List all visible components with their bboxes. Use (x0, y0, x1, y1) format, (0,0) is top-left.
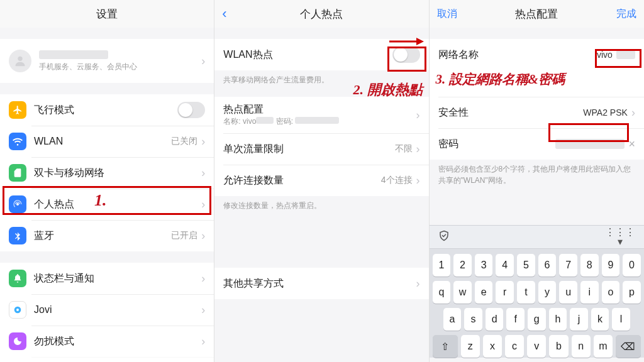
backspace-key[interactable]: ⌫ (616, 335, 641, 358)
key-1[interactable]: 1 (433, 254, 451, 277)
key-e[interactable]: e (475, 281, 493, 304)
pwd-value-redacted[interactable] (555, 139, 625, 149)
row-sim-network[interactable]: 双卡与移动网络 › (0, 157, 214, 189)
system-group: 状态栏与通知 › Jovi › 勿扰模式 › (0, 263, 214, 362)
shield-icon[interactable] (438, 230, 450, 244)
account-row[interactable]: 手机服务、云服务、会员中心 › (0, 39, 214, 83)
name-label: 网络名称 (438, 48, 597, 62)
key-4[interactable]: 4 (496, 254, 514, 277)
key-y[interactable]: y (538, 281, 557, 304)
config-fields-group: 网络名称 vivo 安全性 WPA2 PSK › 密码 × (430, 39, 644, 160)
avatar-icon (9, 50, 31, 72)
row-wlan[interactable]: WLAN 已关闭 › (0, 126, 214, 157)
statusbar-label: 状态栏与通知 (34, 272, 201, 285)
key-0[interactable]: 0 (623, 254, 641, 277)
keyboard-toolbar: ⋮⋮⋮▾ (430, 225, 644, 249)
key-6[interactable]: 6 (538, 254, 557, 277)
key-8[interactable]: 8 (580, 254, 599, 277)
row-security[interactable]: 安全性 WPA2 PSK › (430, 97, 644, 128)
key-2[interactable]: 2 (453, 254, 472, 277)
done-button[interactable]: 完成 (616, 8, 636, 21)
config-title: 热点配置 (515, 7, 558, 21)
key-g[interactable]: g (528, 308, 546, 331)
chevron-right-icon: › (416, 143, 420, 156)
key-t[interactable]: t (517, 281, 535, 304)
settings-title: 设置 (96, 7, 118, 21)
hotspot-label: 个人热点 (34, 198, 201, 211)
account-group: 手机服务、云服务、会员中心 › (0, 39, 214, 83)
config-header: 取消 热点配置 完成 (430, 0, 644, 28)
key-o[interactable]: o (602, 281, 620, 304)
sec-value: WPA2 PSK (583, 107, 628, 118)
row-data-limit[interactable]: 单次流量限制 不限 › (214, 133, 428, 165)
row-network-name[interactable]: 网络名称 vivo (430, 39, 644, 70)
key-7[interactable]: 7 (559, 254, 577, 277)
limit-label: 单次流量限制 (223, 143, 394, 156)
connectivity-group: 飞行模式 WLAN 已关闭 › 双卡与移动网络 › (0, 94, 214, 251)
key-j[interactable]: j (570, 308, 588, 331)
settings-header: 设置 (0, 0, 214, 28)
bt-label: 蓝牙 (34, 229, 171, 243)
clear-password-button[interactable]: × (628, 138, 635, 151)
key-u[interactable]: u (559, 281, 577, 304)
limit-value: 不限 (395, 143, 413, 155)
row-password[interactable]: 密码 × (430, 128, 644, 160)
chevron-right-icon: › (201, 335, 205, 348)
shift-key[interactable]: ⇧ (433, 335, 458, 358)
row-bluetooth[interactable]: 蓝牙 已开启 › (0, 220, 214, 251)
row-conn-count[interactable]: 允许连接数量 4个连接 › (214, 165, 428, 196)
key-w[interactable]: w (453, 281, 472, 304)
airplane-toggle[interactable] (177, 102, 205, 118)
chevron-right-icon: › (201, 167, 205, 180)
row-jovi[interactable]: Jovi › (0, 294, 214, 326)
conn-value: 4个连接 (381, 175, 413, 186)
key-m[interactable]: m (594, 335, 613, 358)
key-a[interactable]: a (443, 308, 462, 331)
key-5[interactable]: 5 (517, 254, 535, 277)
key-v[interactable]: v (527, 335, 546, 358)
key-h[interactable]: h (549, 308, 567, 331)
cfg-pwd-redacted (295, 117, 339, 124)
sec-label: 安全性 (438, 106, 584, 119)
key-r[interactable]: r (496, 281, 514, 304)
account-name-redacted (39, 50, 108, 59)
row-personal-hotspot[interactable]: 个人热点 › (0, 189, 214, 220)
row-dnd[interactable]: 勿扰模式 › (0, 326, 214, 357)
back-button[interactable]: ‹ (222, 6, 226, 22)
cfg-sub-pwd-prefix: 密码: (276, 117, 293, 126)
key-9[interactable]: 9 (602, 254, 620, 277)
row-wlan-hotspot[interactable]: WLAN热点 (214, 39, 428, 70)
row-statusbar-notif[interactable]: 状态栏与通知 › (0, 263, 214, 294)
key-x[interactable]: x (483, 335, 502, 358)
key-b[interactable]: b (549, 335, 568, 358)
key-p[interactable]: p (623, 281, 641, 304)
key-q[interactable]: q (433, 281, 451, 304)
row-airplane-mode[interactable]: 飞行模式 (0, 94, 214, 126)
bluetooth-icon (9, 227, 26, 244)
chevron-right-icon: › (201, 55, 205, 68)
key-s[interactable]: s (464, 308, 482, 331)
key-i[interactable]: i (580, 281, 599, 304)
row-sound[interactable]: 声音与振动 › (0, 357, 214, 362)
chevron-right-icon: › (631, 106, 635, 119)
sim-label: 双卡与移动网络 (34, 167, 201, 180)
dnd-icon (9, 332, 26, 350)
cancel-button[interactable]: 取消 (437, 8, 457, 21)
cfg-label: 热点配置 (223, 103, 416, 116)
key-n[interactable]: n (572, 335, 591, 358)
wlan-value: 已关闭 (171, 136, 197, 147)
row-hotspot-config[interactable]: 热点配置 名称: vivo 密码: › (214, 97, 428, 133)
key-k[interactable]: k (591, 308, 609, 331)
chevron-down-icon[interactable]: ⋮⋮⋮▾ (605, 226, 635, 248)
key-z[interactable]: z (461, 335, 480, 358)
wlan-hotspot-label: WLAN热点 (223, 48, 392, 62)
key-3[interactable]: 3 (475, 254, 493, 277)
dnd-label: 勿扰模式 (34, 335, 201, 348)
key-c[interactable]: c (505, 335, 524, 358)
key-l[interactable]: l (612, 308, 630, 331)
key-d[interactable]: d (486, 308, 504, 331)
wlan-hotspot-toggle[interactable] (392, 47, 420, 63)
key-f[interactable]: f (506, 308, 525, 331)
svg-point-3 (16, 309, 19, 311)
row-other-share[interactable]: 其他共享方式 › (214, 268, 428, 299)
